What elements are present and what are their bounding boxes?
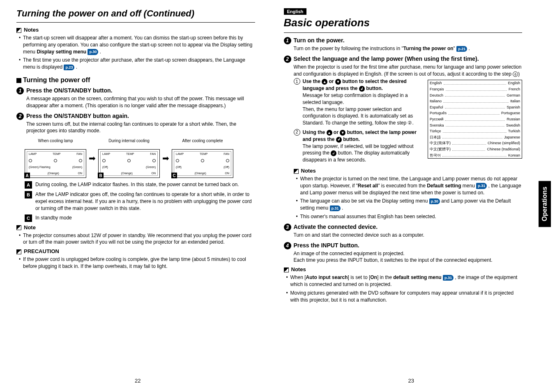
- led-icon: [152, 159, 156, 162]
- list-item: Moving pictures generated with the DVD s…: [286, 290, 523, 304]
- text: menu: [461, 183, 477, 189]
- led-label: TEMP: [53, 152, 60, 155]
- step-title: Select the language and the lamp power (…: [294, 55, 479, 62]
- list-item: When the projector is turned on the next…: [296, 175, 523, 196]
- list-item: If the power cord is unplugged before co…: [19, 256, 255, 270]
- text-bold: Turning the power on: [403, 46, 454, 51]
- diagram-c: After cooling complete LAMPTEMPFAN (Off)…: [172, 138, 233, 178]
- enter-icon: ↲: [331, 150, 336, 156]
- up-arrow-icon: ▲: [322, 79, 327, 85]
- arrow-right-icon: ➡: [89, 153, 96, 163]
- step-body: When the projector is used for the first…: [284, 64, 523, 78]
- led-icon: [29, 159, 32, 162]
- text-bold: Auto input search: [306, 274, 348, 280]
- notes-header: Notes: [16, 27, 255, 33]
- notes-list: When [Auto input search] is set to [On] …: [284, 274, 523, 303]
- step-body: Turn on and start the connected device s…: [284, 232, 523, 239]
- step-body: A message appears on the screen, confirm…: [16, 95, 255, 109]
- led-state: (Orange): [48, 172, 59, 175]
- legend-badge: C: [25, 214, 32, 222]
- legend-text: In standby mode: [35, 214, 255, 221]
- down-arrow-icon: ▼: [335, 79, 341, 85]
- diagram-letter-badge: C: [171, 173, 177, 178]
- table-row: 中文(简体字)Chinese (simplified): [428, 140, 522, 146]
- diagram-letter-badge: A: [24, 173, 30, 178]
- led-label: FAN: [223, 152, 229, 155]
- power-off-heading: Turning the power off: [16, 76, 255, 84]
- legend-c: C In standby mode: [25, 214, 255, 222]
- text-bold: On: [370, 274, 377, 280]
- list-item: The first time you use the projector aft…: [19, 57, 255, 71]
- list-item: The start-up screen will disappear after…: [19, 35, 255, 55]
- page-ref-icon: p.30: [88, 49, 98, 55]
- table-row: SvenskaSwedish: [428, 122, 522, 129]
- step-1: 1 Turn on the power.: [284, 37, 523, 44]
- step-title: Press the ON/STANDBY button again.: [26, 113, 129, 119]
- step-2: 2 Press the ON/STANDBY button again.: [16, 113, 255, 120]
- led-state: (Orange): [121, 172, 133, 175]
- led-label: LAMP: [102, 152, 110, 155]
- language-badge: English: [284, 8, 307, 15]
- text-bold: Default setting: [427, 183, 461, 189]
- list-item: When [Auto input search] is set to [On] …: [286, 274, 523, 288]
- step-1: 1 Press the ON/STANDBY button.: [16, 87, 255, 95]
- led-label: FAN: [150, 152, 156, 155]
- step-num-icon: 3: [284, 224, 291, 231]
- list-item: The projector consumes about 12W of powe…: [19, 232, 255, 246]
- notes-header: Notes: [284, 266, 523, 272]
- led-state: (Green): [146, 166, 156, 168]
- page-22: Turning the power on and off (Continued)…: [16, 8, 259, 384]
- led-icon: [127, 159, 131, 162]
- led-label: LAMP: [176, 152, 184, 155]
- text: ": [454, 46, 457, 51]
- diagram-a: When cooling lamp LAMPTEMPFAN (Green) Fl…: [25, 138, 86, 178]
- led-state: (Off): [176, 166, 182, 168]
- led-icon: [102, 159, 106, 162]
- circled-number-icon: 2: [294, 129, 300, 136]
- page-number: 23: [284, 378, 539, 384]
- text: ): [518, 71, 520, 77]
- step-3: 3 Activate the connected device.: [284, 224, 523, 231]
- page-ref-icon: p.23: [64, 65, 74, 71]
- table-row: FrançaisFrench: [428, 86, 522, 92]
- led-state: (Orange): [195, 172, 206, 175]
- step-title: Turn on the power.: [294, 37, 345, 44]
- page-ref-icon: p.21: [456, 46, 467, 52]
- text: Turn on the power by following the instr…: [294, 46, 403, 51]
- title-rule: [284, 32, 523, 33]
- notes-header: Notes: [294, 168, 523, 174]
- side-tab-operations: Operations: [539, 181, 551, 227]
- page-ref-icon: p.31: [330, 205, 341, 212]
- led-label: ON: [225, 172, 229, 175]
- step-num-icon: 1: [284, 37, 291, 44]
- notes-list: The start-up screen will disappear after…: [16, 35, 255, 71]
- step-num-icon: 1: [16, 87, 24, 95]
- table-row: РусскийRussian: [428, 116, 522, 122]
- title-rule: [16, 22, 255, 23]
- legend-text: During cooling, the LAMP indicator flash…: [35, 181, 255, 188]
- diagram-caption: During internal cooling: [98, 138, 160, 148]
- text: button.: [342, 136, 360, 142]
- diagram-caption: After cooling complete: [172, 138, 233, 148]
- diagram-caption: When cooling lamp: [25, 138, 86, 148]
- led-icon: [79, 159, 82, 162]
- step-title: Press the INPUT button.: [294, 242, 359, 249]
- arrow-right-icon: ➡: [162, 153, 169, 163]
- step-num-icon: 4: [284, 242, 291, 249]
- table-row: ItalianoItalian: [428, 98, 522, 104]
- table-row: 日本語Japanese: [428, 134, 522, 141]
- step-title: Activate the connected device.: [294, 224, 378, 230]
- page-number: 22: [16, 378, 259, 384]
- note-list: The projector consumes about 12W of powe…: [16, 232, 255, 246]
- enter-icon: ↲: [336, 137, 342, 143]
- sub-steps-wrap: EnglishEnglishFrançaisFrenchDeutschGerma…: [284, 78, 523, 165]
- legend-a: A During cooling, the LAMP indicator fla…: [25, 181, 255, 189]
- down-arrow-icon: ▼: [340, 130, 345, 136]
- list-item: The language can also be set via the Dis…: [296, 198, 523, 212]
- text: Use the: [303, 78, 322, 84]
- note-text: The first time you use the projector aft…: [23, 57, 245, 70]
- text: When the projector is used for the first…: [294, 64, 522, 77]
- led-icon: [176, 159, 179, 162]
- page-left-title: Turning the power on and off (Continued): [16, 8, 255, 19]
- led-icon: [201, 159, 204, 162]
